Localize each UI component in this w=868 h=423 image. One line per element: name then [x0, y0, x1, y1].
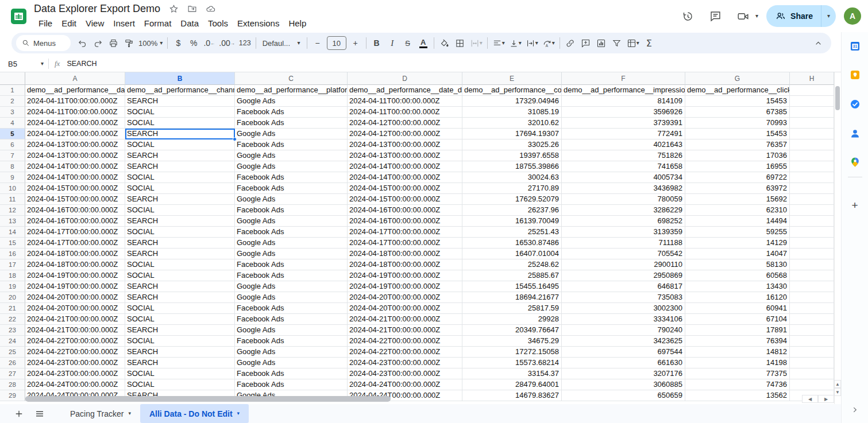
- cell-C26[interactable]: Google Ads: [235, 358, 348, 368]
- cell-E8[interactable]: 18755.39866: [462, 161, 562, 172]
- pivot-table-button[interactable]: ▾: [625, 35, 641, 51]
- cell-D26[interactable]: 2024-04-23T00:00:00.000Z: [348, 358, 462, 368]
- show-side-panel-chevron[interactable]: [849, 404, 861, 416]
- cell-D20[interactable]: 2024-04-20T00:00:00.000Z: [348, 292, 462, 303]
- row-header-12[interactable]: 12: [0, 205, 25, 216]
- cell-F16[interactable]: 705542: [562, 249, 685, 259]
- cell-H9[interactable]: [790, 172, 834, 183]
- cell-G17[interactable]: 58130: [685, 259, 790, 270]
- share-button-main[interactable]: Share: [766, 5, 821, 27]
- cell-A10[interactable]: 2024-04-15T00:00:00.000Z: [25, 183, 125, 194]
- cell-E7[interactable]: 19397.6558: [462, 150, 562, 161]
- cell-D4[interactable]: 2024-04-12T00:00:00.000Z: [348, 118, 462, 129]
- cell-G23[interactable]: 17891: [685, 325, 790, 336]
- select-all-corner[interactable]: [0, 72, 25, 85]
- cell-G15[interactable]: 14129: [685, 238, 790, 249]
- merge-cells-button[interactable]: ▾: [468, 35, 484, 51]
- column-header-B[interactable]: B: [125, 72, 235, 85]
- cell-F11[interactable]: 780059: [562, 194, 685, 205]
- cell-B6[interactable]: SOCIAL: [125, 139, 235, 150]
- cell-H8[interactable]: [790, 161, 834, 172]
- cell-G26[interactable]: 14198: [685, 358, 790, 368]
- cell-B18[interactable]: SOCIAL: [125, 270, 235, 281]
- row-header-24[interactable]: 24: [0, 336, 25, 347]
- cell-E23[interactable]: 20349.76647: [462, 325, 562, 336]
- cell-A28[interactable]: 2024-04-24T00:00:00.000Z: [25, 379, 125, 390]
- cell-B5[interactable]: SEARCH: [125, 129, 235, 139]
- cell-C17[interactable]: Facebook Ads: [235, 259, 348, 270]
- functions-button[interactable]: Σ: [642, 35, 657, 51]
- cell-D27[interactable]: 2024-04-23T00:00:00.000Z: [348, 368, 462, 379]
- cell-C19[interactable]: Google Ads: [235, 281, 348, 292]
- star-icon[interactable]: [168, 4, 179, 14]
- cell-D3[interactable]: 2024-04-11T00:00:00.000Z: [348, 107, 462, 118]
- cell-H27[interactable]: [790, 368, 834, 379]
- keep-icon[interactable]: [849, 69, 861, 80]
- cell-A8[interactable]: 2024-04-14T00:00:00.000Z: [25, 161, 125, 172]
- menu-edit[interactable]: Edit: [57, 17, 81, 29]
- cell-G29[interactable]: 13562: [685, 390, 790, 401]
- cell-H23[interactable]: [790, 325, 834, 336]
- menu-insert[interactable]: Insert: [109, 17, 140, 29]
- cell-E21[interactable]: 25817.59: [462, 303, 562, 314]
- cell-H15[interactable]: [790, 238, 834, 249]
- cell-A25[interactable]: 2024-04-22T00:00:00.000Z: [25, 347, 125, 358]
- cell-H4[interactable]: [790, 118, 834, 129]
- cell-C13[interactable]: Google Ads: [235, 216, 348, 227]
- cell-C11[interactable]: Google Ads: [235, 194, 348, 205]
- undo-button[interactable]: [75, 35, 90, 51]
- cell-A4[interactable]: 2024-04-12T00:00:00.000Z: [25, 118, 125, 129]
- cell-C15[interactable]: Google Ads: [235, 238, 348, 249]
- row-header-20[interactable]: 20: [0, 292, 25, 303]
- cell-G27[interactable]: 77375: [685, 368, 790, 379]
- row-header-5[interactable]: 5: [0, 129, 25, 139]
- cell-H7[interactable]: [790, 150, 834, 161]
- cell-B8[interactable]: SEARCH: [125, 161, 235, 172]
- cell-D17[interactable]: 2024-04-18T00:00:00.000Z: [348, 259, 462, 270]
- cell-G18[interactable]: 60568: [685, 270, 790, 281]
- cell-G16[interactable]: 14047: [685, 249, 790, 259]
- cell-F26[interactable]: 661630: [562, 358, 685, 368]
- cell-B12[interactable]: SOCIAL: [125, 205, 235, 216]
- format-currency-button[interactable]: $: [171, 35, 186, 51]
- cell-C9[interactable]: Facebook Ads: [235, 172, 348, 183]
- column-header-H[interactable]: H: [790, 72, 834, 85]
- cell-G13[interactable]: 14494: [685, 216, 790, 227]
- row-header-19[interactable]: 19: [0, 281, 25, 292]
- cell-D15[interactable]: 2024-04-17T00:00:00.000Z: [348, 238, 462, 249]
- cell-A19[interactable]: 2024-04-19T00:00:00.000Z: [25, 281, 125, 292]
- cell-F28[interactable]: 3060885: [562, 379, 685, 390]
- cell-H14[interactable]: [790, 227, 834, 238]
- cell-F5[interactable]: 772491: [562, 129, 685, 139]
- decrease-decimal-button[interactable]: .0←: [202, 35, 217, 51]
- row-header-6[interactable]: 6: [0, 139, 25, 150]
- cell-D28[interactable]: 2024-04-24T00:00:00.000Z: [348, 379, 462, 390]
- cell-C18[interactable]: Facebook Ads: [235, 270, 348, 281]
- spreadsheet-grid[interactable]: ABCDEFGH1demo__ad_performance__datedemo_…: [0, 72, 841, 404]
- cell-E29[interactable]: 14679.83627: [462, 390, 562, 401]
- cell-B17[interactable]: SOCIAL: [125, 259, 235, 270]
- cell-B2[interactable]: SEARCH: [125, 96, 235, 107]
- cell-A9[interactable]: 2024-04-14T00:00:00.000Z: [25, 172, 125, 183]
- cell-E13[interactable]: 16139.70049: [462, 216, 562, 227]
- cell-C5[interactable]: Google Ads: [235, 129, 348, 139]
- cell-C14[interactable]: Facebook Ads: [235, 227, 348, 238]
- cell-H3[interactable]: [790, 107, 834, 118]
- cell-B20[interactable]: SEARCH: [125, 292, 235, 303]
- cell-H10[interactable]: [790, 183, 834, 194]
- cell-E10[interactable]: 27170.89: [462, 183, 562, 194]
- row-header-29[interactable]: 29: [0, 390, 25, 401]
- cell-H11[interactable]: [790, 194, 834, 205]
- cell-F19[interactable]: 646817: [562, 281, 685, 292]
- cell-B26[interactable]: SEARCH: [125, 358, 235, 368]
- cell-E3[interactable]: 31085.19: [462, 107, 562, 118]
- cell-G9[interactable]: 69722: [685, 172, 790, 183]
- cell-B25[interactable]: SEARCH: [125, 347, 235, 358]
- cell-C28[interactable]: Facebook Ads: [235, 379, 348, 390]
- vertical-scrollbar-thumb[interactable]: [835, 86, 840, 110]
- cell-B9[interactable]: SOCIAL: [125, 172, 235, 183]
- formula-input[interactable]: SEARCH: [67, 60, 97, 68]
- cell-E18[interactable]: 25885.67: [462, 270, 562, 281]
- cell-G28[interactable]: 74736: [685, 379, 790, 390]
- cell-G7[interactable]: 17036: [685, 150, 790, 161]
